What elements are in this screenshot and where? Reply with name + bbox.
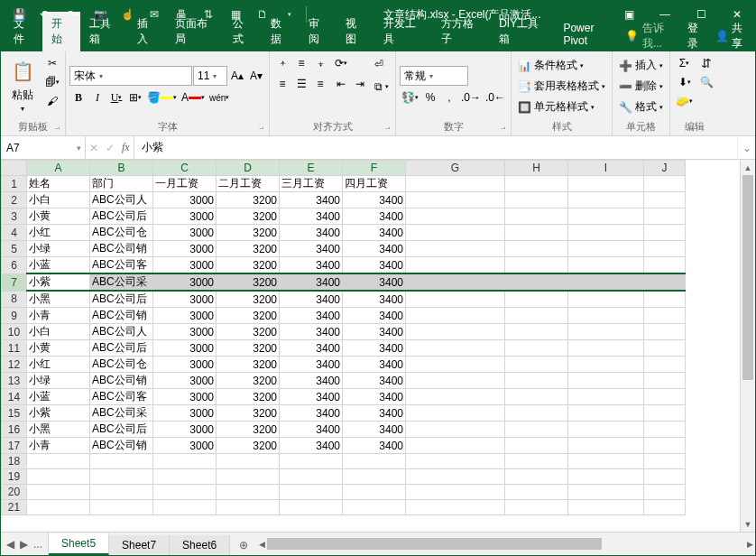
cell[interactable] bbox=[568, 469, 644, 485]
cell[interactable] bbox=[153, 500, 217, 515]
cell[interactable]: ABC公司销 bbox=[90, 308, 153, 324]
fill-icon[interactable]: ⬇ ▾ bbox=[674, 73, 695, 91]
row-header[interactable]: 18 bbox=[2, 454, 27, 469]
cell[interactable] bbox=[505, 291, 568, 308]
cell[interactable]: 3200 bbox=[217, 357, 280, 373]
sheet-tab[interactable]: Sheet6 bbox=[170, 535, 230, 555]
cell[interactable]: 小绿 bbox=[27, 373, 90, 389]
tab-审阅[interactable]: 审阅 bbox=[300, 12, 337, 51]
cell[interactable]: 小青 bbox=[27, 308, 90, 324]
cell[interactable] bbox=[568, 324, 644, 340]
formula-input[interactable]: 小紫 bbox=[134, 136, 737, 159]
font-name-combo[interactable]: 宋体▾ bbox=[69, 66, 192, 86]
cell[interactable]: ABC公司销 bbox=[90, 241, 153, 257]
cell[interactable]: 小蓝 bbox=[27, 389, 90, 405]
row-header[interactable]: 10 bbox=[2, 324, 27, 340]
cell[interactable] bbox=[280, 454, 343, 469]
cell[interactable]: 3400 bbox=[280, 208, 343, 225]
cell[interactable] bbox=[406, 405, 505, 422]
row-header[interactable]: 3 bbox=[2, 208, 27, 225]
sort-icon[interactable]: ⇅ bbox=[196, 2, 221, 27]
cell[interactable]: 3000 bbox=[153, 241, 217, 257]
underline-button[interactable]: U ▾ bbox=[107, 88, 125, 107]
cell[interactable] bbox=[644, 389, 686, 405]
cell[interactable] bbox=[505, 500, 568, 515]
border-button[interactable]: ⊞ ▾ bbox=[126, 88, 144, 107]
cell[interactable]: 3000 bbox=[153, 373, 217, 389]
cell[interactable] bbox=[505, 176, 568, 192]
cell[interactable]: 3400 bbox=[280, 422, 343, 438]
cell[interactable]: ABC公司采 bbox=[90, 273, 153, 291]
cell[interactable]: 3200 bbox=[217, 225, 280, 241]
cell[interactable] bbox=[27, 454, 90, 469]
cancel-formula-icon[interactable]: ✕ bbox=[89, 142, 98, 154]
cell[interactable]: 3000 bbox=[153, 308, 217, 324]
cell[interactable]: 3400 bbox=[343, 291, 406, 308]
cell[interactable]: 小黑 bbox=[27, 291, 90, 308]
cell[interactable]: 3000 bbox=[153, 422, 217, 438]
cell[interactable] bbox=[406, 469, 505, 485]
row-header[interactable]: 19 bbox=[2, 469, 27, 485]
cell[interactable] bbox=[406, 454, 505, 469]
login-link[interactable]: 登录 bbox=[687, 21, 707, 51]
cell[interactable]: 三月工资 bbox=[280, 176, 343, 192]
sheet-tab[interactable]: Sheet5 bbox=[49, 533, 109, 555]
increase-font-icon[interactable]: A▴ bbox=[228, 67, 246, 85]
cell[interactable]: 3400 bbox=[280, 438, 343, 454]
enter-formula-icon[interactable]: ✓ bbox=[106, 142, 115, 154]
column-header[interactable]: D bbox=[217, 161, 280, 176]
cell[interactable] bbox=[280, 485, 343, 500]
phonetic-button[interactable]: wén▾ bbox=[207, 88, 231, 107]
cell[interactable]: 3400 bbox=[280, 357, 343, 373]
cell[interactable]: 姓名 bbox=[27, 176, 90, 192]
cell[interactable]: 3200 bbox=[217, 405, 280, 422]
cell[interactable]: 四月工资 bbox=[343, 176, 406, 192]
cell[interactable]: 二月工资 bbox=[217, 176, 280, 192]
sheet-tab[interactable]: Sheet7 bbox=[109, 535, 170, 555]
cut-icon[interactable]: ✂ bbox=[43, 54, 61, 72]
cell[interactable] bbox=[406, 389, 505, 405]
cell[interactable]: 3200 bbox=[217, 208, 280, 225]
column-header[interactable]: B bbox=[90, 161, 153, 176]
bold-button[interactable]: B bbox=[69, 88, 88, 107]
row-header[interactable]: 9 bbox=[2, 308, 27, 324]
cell[interactable] bbox=[568, 291, 644, 308]
cell[interactable]: 3400 bbox=[280, 373, 343, 389]
format-cells-button[interactable]: 🔧 格式 ▾ bbox=[616, 97, 666, 117]
increase-indent-icon[interactable]: ⇥ bbox=[351, 75, 369, 93]
cell[interactable] bbox=[406, 485, 505, 500]
cell[interactable]: 3200 bbox=[217, 192, 280, 208]
cell[interactable] bbox=[644, 405, 686, 422]
copy-icon[interactable]: 🗐 ▾ bbox=[43, 73, 61, 91]
cell[interactable] bbox=[568, 176, 644, 192]
cell[interactable]: 3400 bbox=[343, 208, 406, 225]
cell[interactable] bbox=[568, 500, 644, 515]
insert-function-icon[interactable]: fx bbox=[122, 141, 130, 154]
align-left-icon[interactable]: ≡ bbox=[273, 75, 291, 93]
cell[interactable] bbox=[217, 454, 280, 469]
cell[interactable]: 3000 bbox=[153, 273, 217, 291]
cell[interactable]: 3400 bbox=[280, 225, 343, 241]
cell[interactable]: 3400 bbox=[280, 241, 343, 257]
cell[interactable]: 3400 bbox=[343, 192, 406, 208]
cell[interactable] bbox=[568, 225, 644, 241]
cell[interactable] bbox=[644, 241, 686, 257]
cell[interactable] bbox=[153, 469, 217, 485]
tab-DIY工具箱[interactable]: DIY工具箱 bbox=[490, 12, 554, 51]
cell[interactable]: 3200 bbox=[217, 422, 280, 438]
cell[interactable] bbox=[505, 308, 568, 324]
font-color-button[interactable]: A▾ bbox=[180, 88, 207, 107]
cell[interactable] bbox=[505, 438, 568, 454]
row-header[interactable]: 14 bbox=[2, 389, 27, 405]
autosum-icon[interactable]: Σ ▾ bbox=[674, 54, 695, 72]
cell[interactable]: ABC公司后 bbox=[90, 208, 153, 225]
cell[interactable] bbox=[406, 208, 505, 225]
row-header[interactable]: 17 bbox=[2, 438, 27, 454]
cell[interactable] bbox=[406, 357, 505, 373]
cell[interactable] bbox=[505, 485, 568, 500]
row-header[interactable]: 4 bbox=[2, 225, 27, 241]
format-painter-icon[interactable]: 🖌 bbox=[43, 92, 61, 110]
camera-icon[interactable]: 📷 bbox=[88, 2, 113, 27]
cell[interactable] bbox=[406, 192, 505, 208]
find-select-icon[interactable]: 🔍 bbox=[697, 73, 715, 91]
